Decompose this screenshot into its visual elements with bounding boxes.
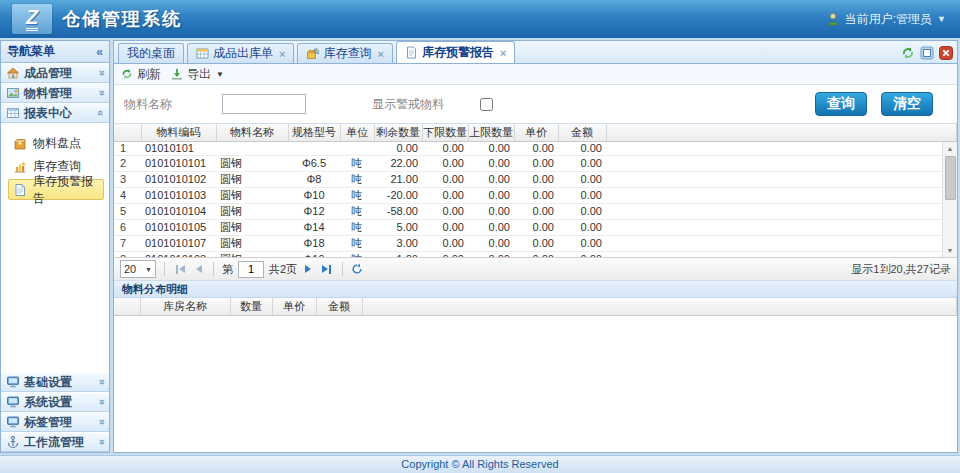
tab-close-icon[interactable]: × — [279, 48, 285, 60]
table-cell: 0.00 — [558, 141, 606, 155]
column-header[interactable]: 单位 — [340, 124, 374, 141]
column-header[interactable]: 剩余数量 — [374, 124, 422, 141]
column-header[interactable]: 数量 — [230, 298, 272, 315]
table-cell: 吨 — [340, 187, 374, 203]
restore-window-icon[interactable] — [919, 45, 934, 60]
table-row[interactable]: 30101010102圆钢Φ8吨21.000.000.000.000.00 — [114, 171, 957, 187]
table-cell: 0.00 — [374, 141, 422, 155]
user-icon — [826, 12, 840, 26]
column-header[interactable]: 物料编码 — [141, 124, 216, 141]
prev-page-button[interactable] — [193, 265, 205, 273]
toolbar: 刷新 导出 ▼ — [114, 64, 957, 85]
sidebar-group-物料管理[interactable]: 物料管理« — [1, 83, 109, 103]
query-icon — [306, 47, 319, 60]
table-cell: 吨 — [340, 235, 374, 251]
sidebar-item-库存预警报告[interactable]: 库存预警报告 — [8, 179, 104, 200]
app-title: 仓储管理系统 — [62, 7, 182, 31]
warning-checkbox[interactable] — [480, 98, 493, 111]
table-row[interactable]: 80101010108圆钢Φ19吨1.000.000.000.000.00 — [114, 251, 957, 257]
export-button[interactable]: 导出 ▼ — [171, 66, 224, 83]
image-icon — [6, 86, 20, 100]
sidebar-group-基础设置[interactable]: 基础设置« — [1, 372, 109, 392]
table-cell: 圆钢 — [216, 155, 288, 171]
grid-icon — [196, 47, 209, 60]
sidebar-group-系统设置[interactable]: 系统设置« — [1, 392, 109, 412]
user-menu[interactable]: 当前用户:管理员 ▼ — [826, 11, 946, 28]
report-icon — [405, 46, 418, 59]
table-cell: 0.00 — [558, 219, 606, 235]
table-header-row: 库房名称数量单价金额 — [114, 298, 957, 315]
close-icon[interactable] — [938, 45, 953, 60]
sidebar-item-物料盘点[interactable]: 物料盘点 — [8, 133, 104, 154]
filler-cell — [606, 251, 957, 257]
table-row[interactable]: 20101010101圆钢Φ6.5吨22.000.000.000.000.00 — [114, 155, 957, 171]
scroll-up-icon[interactable]: ▲ — [947, 142, 954, 155]
tab-label: 库存预警报告 — [422, 44, 494, 61]
row-number-cell: 7 — [114, 235, 141, 251]
refresh-button[interactable]: 刷新 — [121, 66, 161, 83]
column-header[interactable]: 库房名称 — [140, 298, 230, 315]
vertical-scrollbar[interactable]: ▲ ▼ — [942, 142, 957, 257]
table-cell: 0101010104 — [141, 203, 216, 219]
tab-close-icon[interactable]: × — [500, 47, 506, 59]
first-page-button[interactable] — [173, 265, 188, 274]
tab-close-icon[interactable]: × — [377, 48, 383, 60]
tab-4[interactable]: 库存预警报告× — [396, 41, 515, 63]
last-page-button[interactable] — [319, 265, 334, 274]
column-header[interactable]: 单价 — [272, 298, 316, 315]
table-cell: 0.00 — [422, 219, 468, 235]
sidebar-group-成品管理[interactable]: 成品管理« — [1, 63, 109, 83]
clear-button[interactable]: 清空 — [881, 92, 933, 116]
table-cell: Φ18 — [288, 235, 340, 251]
table-cell: 0.00 — [422, 171, 468, 187]
material-name-input[interactable] — [222, 94, 306, 114]
table-cell: 吨 — [340, 155, 374, 171]
table-cell: 22.00 — [374, 155, 422, 171]
sidebar: 导航菜单 « 成品管理«物料管理«报表中心« 物料盘点库存查询库存预警报告 基础… — [0, 40, 110, 453]
sidebar-group-报表中心[interactable]: 报表中心« — [1, 103, 109, 123]
filler-cell — [606, 141, 957, 155]
page-icon — [13, 183, 27, 197]
chevron-up-icon: « — [95, 110, 107, 116]
table-row[interactable]: 40101010103圆钢Φ10吨-20.000.000.000.000.00 — [114, 187, 957, 203]
table-cell: 0.00 — [514, 235, 558, 251]
reload-page-icon[interactable] — [351, 263, 363, 275]
collapse-left-icon[interactable]: « — [96, 45, 103, 59]
filler-cell — [606, 235, 957, 251]
column-header[interactable]: 物料名称 — [216, 124, 288, 141]
table-row[interactable]: 70101010107圆钢Φ18吨3.000.000.000.000.00 — [114, 235, 957, 251]
next-page-button[interactable] — [302, 265, 314, 273]
column-header[interactable]: 上限数量 — [468, 124, 514, 141]
app-header: Z 仓储管理系统 当前用户:管理员 ▼ — [0, 0, 960, 38]
scroll-down-icon[interactable]: ▼ — [947, 244, 954, 257]
sidebar-group-工作流管理[interactable]: 工作流管理« — [1, 432, 109, 452]
table-cell: 0.00 — [468, 171, 514, 187]
tab-3[interactable]: 库存查询× — [297, 43, 392, 63]
sidebar-group-标签管理[interactable]: 标签管理« — [1, 412, 109, 432]
filler-cell — [606, 187, 957, 203]
page-number-input[interactable] — [238, 261, 264, 278]
table-cell: 0.00 — [468, 187, 514, 203]
table-row[interactable]: 60101010105圆钢Φ14吨5.000.000.000.000.00 — [114, 219, 957, 235]
scrollbar-thumb[interactable] — [945, 156, 956, 200]
row-number-cell: 8 — [114, 251, 141, 257]
tab-2[interactable]: 成品出库单× — [187, 43, 294, 63]
table-cell: 0.00 — [514, 155, 558, 171]
chart-icon — [13, 160, 27, 174]
refresh-tab-icon[interactable] — [900, 45, 915, 60]
app-window: Z 仓储管理系统 当前用户:管理员 ▼ 导航菜单 « 成品管理«物料管理«报表中… — [0, 0, 960, 473]
query-button[interactable]: 查询 — [815, 92, 867, 116]
table-cell: 5.00 — [374, 219, 422, 235]
sidebar-bottom-groups: 基础设置«系统设置«标签管理«工作流管理« — [1, 372, 109, 452]
box-icon — [13, 137, 27, 151]
tab-1[interactable]: 我的桌面 — [118, 43, 184, 63]
column-header[interactable]: 金额 — [558, 124, 606, 141]
sidebar-group-label: 工作流管理 — [24, 434, 84, 451]
page-size-select[interactable]: 20 ▼ — [120, 260, 156, 278]
column-header[interactable]: 金额 — [316, 298, 362, 315]
column-header[interactable]: 下限数量 — [422, 124, 468, 141]
table-row[interactable]: 50101010104圆钢Φ12吨-58.000.000.000.000.00 — [114, 203, 957, 219]
column-header[interactable]: 单价 — [514, 124, 558, 141]
column-header[interactable]: 规格型号 — [288, 124, 340, 141]
table-row[interactable]: 1010101010.000.000.000.000.00 — [114, 141, 957, 155]
